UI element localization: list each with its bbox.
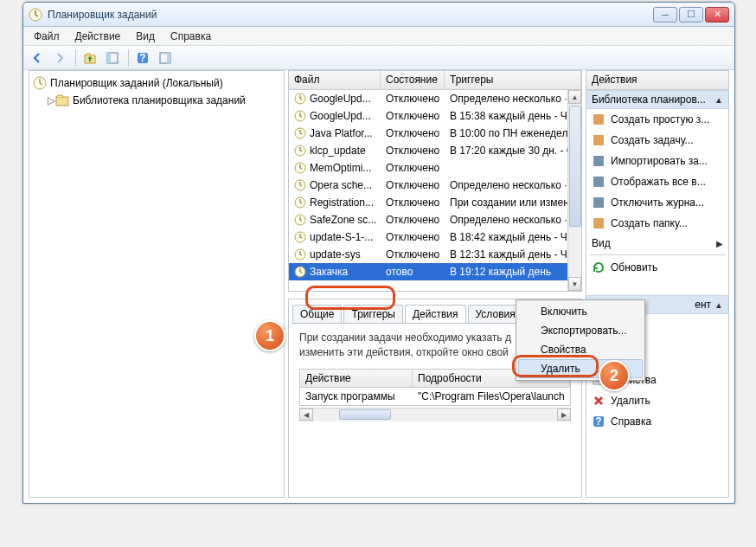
svg-rect-25 xyxy=(593,197,604,208)
menu-view[interactable]: Вид xyxy=(129,29,162,44)
svg-text:?: ? xyxy=(139,52,145,64)
action-item[interactable]: Создать простую з... xyxy=(586,109,728,130)
task-row[interactable]: GoogleUpd...ОтключеноВ 15:38 каждый день… xyxy=(289,107,581,125)
help-button[interactable]: ? xyxy=(132,48,153,68)
svg-rect-9 xyxy=(56,97,68,106)
close-button[interactable]: ✕ xyxy=(705,7,729,23)
task-row[interactable]: GoogleUpd...ОтключеноОпределено нескольк… xyxy=(289,90,581,107)
scroll-thumb[interactable] xyxy=(569,106,581,227)
back-button[interactable] xyxy=(27,48,48,68)
action-item[interactable]: Импортировать за... xyxy=(586,151,728,171)
clock-icon xyxy=(294,127,306,139)
col-action[interactable]: Действие xyxy=(300,370,413,387)
action-item[interactable]: Создать задачу... xyxy=(586,130,728,151)
clock-icon xyxy=(294,179,306,191)
menu-file[interactable]: Файл xyxy=(27,29,67,44)
separator xyxy=(128,49,129,67)
action-icon xyxy=(592,133,605,147)
tree-library-label: Библиотека планировщика заданий xyxy=(73,94,246,106)
col-triggers[interactable]: Триггеры xyxy=(445,71,581,89)
action-view[interactable]: Вид ▶ xyxy=(586,234,728,253)
maximize-button[interactable]: ☐ xyxy=(679,7,703,23)
menu-action[interactable]: Действие xyxy=(68,29,128,44)
window-title: Планировщик заданий xyxy=(48,9,653,21)
titlebar[interactable]: Планировщик заданий ─ ☐ ✕ xyxy=(23,3,734,27)
separator xyxy=(590,254,725,255)
clock-icon xyxy=(33,76,47,90)
svg-text:?: ? xyxy=(595,415,601,428)
chevron-up-icon: ▲ xyxy=(714,95,723,105)
scroll-right-arrow[interactable]: ▶ xyxy=(557,409,571,421)
toolbar: ? xyxy=(23,46,734,70)
action-item[interactable]: Отключить журна... xyxy=(586,192,728,213)
hscroll-thumb[interactable] xyxy=(339,409,391,420)
panel-toggle-button[interactable] xyxy=(155,48,176,68)
task-list: Файл Состояние Триггеры GoogleUpd...Откл… xyxy=(288,70,582,292)
up-button[interactable] xyxy=(80,48,100,68)
task-row[interactable]: update-S-1-...ОтключеноВ 18:42 каждый де… xyxy=(289,228,581,246)
middle-pane: Файл Состояние Триггеры GoogleUpd...Откл… xyxy=(288,70,582,498)
action-icon: ? xyxy=(592,415,605,428)
vertical-scrollbar[interactable]: ▲ ▼ xyxy=(567,90,581,291)
task-row[interactable]: MemOptimi...Отключено xyxy=(289,159,581,177)
cell-action: Запуск программы xyxy=(300,388,413,405)
ctx-enable[interactable]: Включить xyxy=(518,302,643,321)
chevron-up-icon: ▲ xyxy=(714,300,723,310)
clock-icon xyxy=(294,93,306,105)
task-row[interactable]: SafeZone sc...ОтключеноОпределено нескол… xyxy=(289,211,581,228)
task-scheduler-window: Планировщик заданий ─ ☐ ✕ Файл Действие … xyxy=(22,2,735,504)
expand-icon[interactable]: ▷ xyxy=(47,94,55,106)
tab-general[interactable]: Общие xyxy=(292,305,342,323)
actions-pane: Действия Библиотека планиров... ▲ Создат… xyxy=(586,70,729,498)
action-refresh[interactable]: Обновить xyxy=(586,257,728,278)
ctx-properties[interactable]: Свойства xyxy=(518,340,643,359)
callout-2: 2 xyxy=(599,360,630,391)
forward-button[interactable] xyxy=(49,48,70,68)
separator xyxy=(75,49,76,67)
show-hide-tree-button[interactable] xyxy=(102,48,123,68)
task-row[interactable]: Opera sche...ОтключеноОпределено несколь… xyxy=(289,177,581,194)
clock-icon xyxy=(294,248,306,261)
action-item[interactable]: Создать папку... xyxy=(586,213,728,234)
clock-icon xyxy=(294,196,306,209)
col-name[interactable]: Файл xyxy=(289,71,381,89)
task-row[interactable]: Registration...ОтключеноПри создании или… xyxy=(289,194,581,211)
col-state[interactable]: Состояние xyxy=(381,71,445,89)
clock-icon xyxy=(29,8,42,22)
tree-root-label: Планировщик заданий (Локальный) xyxy=(50,77,223,89)
minimize-button[interactable]: ─ xyxy=(653,7,677,23)
tab-actions[interactable]: Действия xyxy=(405,305,466,323)
horizontal-scrollbar[interactable]: ◀ ▶ xyxy=(299,408,571,422)
ctx-export[interactable]: Экспортировать... xyxy=(518,321,643,340)
action-icon xyxy=(592,196,605,209)
action-icon xyxy=(592,216,605,230)
action-item[interactable]: ?Справка xyxy=(586,411,728,432)
actions-section-library[interactable]: Библиотека планиров... ▲ xyxy=(586,90,728,109)
tasklist-header: Файл Состояние Триггеры xyxy=(289,71,581,90)
scroll-up-arrow[interactable]: ▲ xyxy=(568,90,581,104)
svg-rect-7 xyxy=(167,53,170,63)
clock-icon xyxy=(294,162,306,174)
tree-root[interactable]: Планировщик заданий (Локальный) xyxy=(33,74,280,92)
action-item[interactable]: Удалить xyxy=(586,390,728,411)
task-row[interactable]: ЗакачкаотовоВ 19:12 каждый день xyxy=(289,263,581,280)
task-row[interactable]: update-sysОтключеноВ 12:31 каждый день -… xyxy=(289,246,581,263)
folder-icon xyxy=(55,93,69,107)
svg-rect-21 xyxy=(593,114,604,125)
table-row[interactable]: Запуск программы "C:\Program Files\Opera… xyxy=(300,388,570,405)
actions-header: Действия xyxy=(586,71,728,90)
task-row[interactable]: klcp_updateОтключеноВ 17:20 каждые 30 дн… xyxy=(289,142,581,159)
scroll-down-arrow[interactable]: ▼ xyxy=(568,277,581,291)
tab-triggers[interactable]: Триггеры xyxy=(343,305,403,323)
action-item[interactable]: Отображать все в... xyxy=(586,171,728,192)
action-icon xyxy=(592,154,605,168)
clock-icon xyxy=(294,231,306,243)
action-icon xyxy=(592,394,605,408)
tree-library[interactable]: ▷ Библиотека планировщика заданий xyxy=(33,92,280,109)
action-icon xyxy=(592,175,605,189)
task-row[interactable]: Java Platfor...ОтключеноВ 10:00 по ПН еж… xyxy=(289,125,581,142)
scroll-left-arrow[interactable]: ◀ xyxy=(299,409,313,421)
menu-help[interactable]: Справка xyxy=(163,29,218,44)
clock-icon xyxy=(294,266,306,278)
callout-1: 1 xyxy=(254,320,285,351)
